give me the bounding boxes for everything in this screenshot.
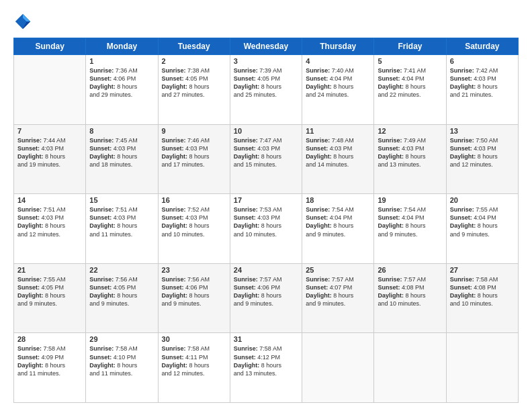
- day-number: 18: [306, 196, 370, 204]
- day-number: 13: [450, 127, 515, 135]
- day-info: Sunrise: 7:55 AMSunset: 4:05 PMDaylight:…: [17, 275, 82, 308]
- calendar-week-row: 21Sunrise: 7:55 AMSunset: 4:05 PMDayligh…: [14, 263, 519, 333]
- calendar-cell: 14Sunrise: 7:51 AMSunset: 4:03 PMDayligh…: [14, 194, 86, 264]
- day-header-tuesday: Tuesday: [158, 38, 230, 55]
- day-number: 12: [378, 127, 442, 135]
- day-info: Sunrise: 7:58 AMSunset: 4:09 PMDaylight:…: [17, 345, 82, 377]
- day-number: 2: [162, 57, 226, 65]
- calendar-cell: 17Sunrise: 7:53 AMSunset: 4:03 PMDayligh…: [230, 194, 302, 264]
- calendar-cell: 23Sunrise: 7:56 AMSunset: 4:06 PMDayligh…: [158, 263, 230, 333]
- day-number: 6: [450, 57, 515, 65]
- calendar-week-row: 28Sunrise: 7:58 AMSunset: 4:09 PMDayligh…: [14, 333, 519, 403]
- day-number: 9: [162, 127, 226, 135]
- day-header-sunday: Sunday: [14, 38, 86, 55]
- calendar-cell: 19Sunrise: 7:54 AMSunset: 4:04 PMDayligh…: [374, 194, 446, 264]
- calendar-cell: 13Sunrise: 7:50 AMSunset: 4:03 PMDayligh…: [446, 124, 518, 194]
- day-header-friday: Friday: [374, 38, 446, 55]
- day-header-thursday: Thursday: [302, 38, 374, 55]
- calendar-cell: 18Sunrise: 7:54 AMSunset: 4:04 PMDayligh…: [302, 194, 374, 264]
- day-info: Sunrise: 7:45 AMSunset: 4:03 PMDaylight:…: [89, 136, 154, 169]
- day-header-monday: Monday: [86, 38, 158, 55]
- day-number: 20: [450, 196, 515, 204]
- calendar-cell: 11Sunrise: 7:48 AMSunset: 4:03 PMDayligh…: [302, 124, 374, 194]
- day-number: 4: [306, 57, 370, 65]
- day-info: Sunrise: 7:58 AMSunset: 4:08 PMDaylight:…: [450, 275, 515, 308]
- day-number: 29: [89, 335, 154, 343]
- day-number: 24: [234, 266, 298, 274]
- calendar-week-row: 7Sunrise: 7:44 AMSunset: 4:03 PMDaylight…: [14, 124, 519, 194]
- calendar-cell: 7Sunrise: 7:44 AMSunset: 4:03 PMDaylight…: [14, 124, 86, 194]
- day-info: Sunrise: 7:48 AMSunset: 4:03 PMDaylight:…: [306, 136, 370, 169]
- calendar-cell: 31Sunrise: 7:58 AMSunset: 4:12 PMDayligh…: [230, 333, 302, 403]
- day-number: 19: [378, 196, 442, 204]
- calendar-cell: 6Sunrise: 7:42 AMSunset: 4:03 PMDaylight…: [446, 55, 518, 125]
- day-number: 26: [378, 266, 442, 274]
- day-number: 3: [234, 57, 298, 65]
- day-info: Sunrise: 7:36 AMSunset: 4:06 PMDaylight:…: [89, 66, 154, 99]
- calendar-cell: 3Sunrise: 7:39 AMSunset: 4:05 PMDaylight…: [230, 55, 302, 125]
- day-header-saturday: Saturday: [446, 38, 518, 55]
- day-info: Sunrise: 7:47 AMSunset: 4:03 PMDaylight:…: [234, 136, 298, 169]
- day-number: 8: [89, 127, 154, 135]
- day-info: Sunrise: 7:56 AMSunset: 4:05 PMDaylight:…: [89, 275, 154, 308]
- header: [13, 12, 519, 31]
- calendar-cell: 22Sunrise: 7:56 AMSunset: 4:05 PMDayligh…: [86, 263, 158, 333]
- day-info: Sunrise: 7:39 AMSunset: 4:05 PMDaylight:…: [234, 66, 298, 99]
- day-number: 31: [234, 335, 298, 343]
- calendar-header-row: SundayMondayTuesdayWednesdayThursdayFrid…: [14, 38, 519, 55]
- day-info: Sunrise: 7:40 AMSunset: 4:04 PMDaylight:…: [306, 66, 370, 99]
- day-info: Sunrise: 7:51 AMSunset: 4:03 PMDaylight:…: [89, 205, 154, 238]
- day-number: 28: [17, 335, 82, 343]
- day-number: 16: [162, 196, 226, 204]
- day-info: Sunrise: 7:51 AMSunset: 4:03 PMDaylight:…: [17, 205, 82, 238]
- day-info: Sunrise: 7:53 AMSunset: 4:03 PMDaylight:…: [234, 205, 298, 238]
- day-number: 5: [378, 57, 442, 65]
- day-info: Sunrise: 7:49 AMSunset: 4:03 PMDaylight:…: [378, 136, 442, 169]
- day-number: 23: [162, 266, 226, 274]
- day-info: Sunrise: 7:57 AMSunset: 4:06 PMDaylight:…: [234, 275, 298, 308]
- calendar-table: SundayMondayTuesdayWednesdayThursdayFrid…: [13, 38, 519, 403]
- day-info: Sunrise: 7:58 AMSunset: 4:12 PMDaylight:…: [234, 345, 298, 377]
- day-info: Sunrise: 7:57 AMSunset: 4:08 PMDaylight:…: [378, 275, 442, 308]
- calendar-cell: 28Sunrise: 7:58 AMSunset: 4:09 PMDayligh…: [14, 333, 86, 403]
- calendar-cell: 25Sunrise: 7:57 AMSunset: 4:07 PMDayligh…: [302, 263, 374, 333]
- day-number: 27: [450, 266, 515, 274]
- calendar-cell: 12Sunrise: 7:49 AMSunset: 4:03 PMDayligh…: [374, 124, 446, 194]
- calendar-cell: 9Sunrise: 7:46 AMSunset: 4:03 PMDaylight…: [158, 124, 230, 194]
- calendar-cell: 4Sunrise: 7:40 AMSunset: 4:04 PMDaylight…: [302, 55, 374, 125]
- calendar-week-row: 1Sunrise: 7:36 AMSunset: 4:06 PMDaylight…: [14, 55, 519, 125]
- day-number: 1: [89, 57, 154, 65]
- calendar-cell: 1Sunrise: 7:36 AMSunset: 4:06 PMDaylight…: [86, 55, 158, 125]
- day-info: Sunrise: 7:58 AMSunset: 4:11 PMDaylight:…: [162, 345, 226, 377]
- day-info: Sunrise: 7:38 AMSunset: 4:05 PMDaylight:…: [162, 66, 226, 99]
- day-info: Sunrise: 7:54 AMSunset: 4:04 PMDaylight:…: [378, 205, 442, 238]
- day-number: 25: [306, 266, 370, 274]
- calendar-cell: 30Sunrise: 7:58 AMSunset: 4:11 PMDayligh…: [158, 333, 230, 403]
- calendar-cell: 26Sunrise: 7:57 AMSunset: 4:08 PMDayligh…: [374, 263, 446, 333]
- day-info: Sunrise: 7:52 AMSunset: 4:03 PMDaylight:…: [162, 205, 226, 238]
- day-info: Sunrise: 7:42 AMSunset: 4:03 PMDaylight:…: [450, 66, 515, 99]
- calendar-cell: 15Sunrise: 7:51 AMSunset: 4:03 PMDayligh…: [86, 194, 158, 264]
- calendar-cell: 2Sunrise: 7:38 AMSunset: 4:05 PMDaylight…: [158, 55, 230, 125]
- page: SundayMondayTuesdayWednesdayThursdayFrid…: [0, 0, 532, 411]
- calendar-cell: 10Sunrise: 7:47 AMSunset: 4:03 PMDayligh…: [230, 124, 302, 194]
- calendar-cell: 16Sunrise: 7:52 AMSunset: 4:03 PMDayligh…: [158, 194, 230, 264]
- day-info: Sunrise: 7:54 AMSunset: 4:04 PMDaylight:…: [306, 205, 370, 238]
- day-info: Sunrise: 7:55 AMSunset: 4:04 PMDaylight:…: [450, 205, 515, 238]
- day-number: 30: [162, 335, 226, 343]
- day-number: 10: [234, 127, 298, 135]
- day-info: Sunrise: 7:57 AMSunset: 4:07 PMDaylight:…: [306, 275, 370, 308]
- day-info: Sunrise: 7:46 AMSunset: 4:03 PMDaylight:…: [162, 136, 226, 169]
- day-info: Sunrise: 7:50 AMSunset: 4:03 PMDaylight:…: [450, 136, 515, 169]
- calendar-week-row: 14Sunrise: 7:51 AMSunset: 4:03 PMDayligh…: [14, 194, 519, 264]
- day-header-wednesday: Wednesday: [230, 38, 302, 55]
- day-info: Sunrise: 7:44 AMSunset: 4:03 PMDaylight:…: [17, 136, 82, 169]
- calendar-cell: 29Sunrise: 7:58 AMSunset: 4:10 PMDayligh…: [86, 333, 158, 403]
- logo-icon: [13, 12, 32, 31]
- day-info: Sunrise: 7:58 AMSunset: 4:10 PMDaylight:…: [89, 345, 154, 377]
- day-number: 15: [89, 196, 154, 204]
- calendar-cell: 27Sunrise: 7:58 AMSunset: 4:08 PMDayligh…: [446, 263, 518, 333]
- calendar-cell: 20Sunrise: 7:55 AMSunset: 4:04 PMDayligh…: [446, 194, 518, 264]
- day-number: 11: [306, 127, 370, 135]
- calendar-cell: 24Sunrise: 7:57 AMSunset: 4:06 PMDayligh…: [230, 263, 302, 333]
